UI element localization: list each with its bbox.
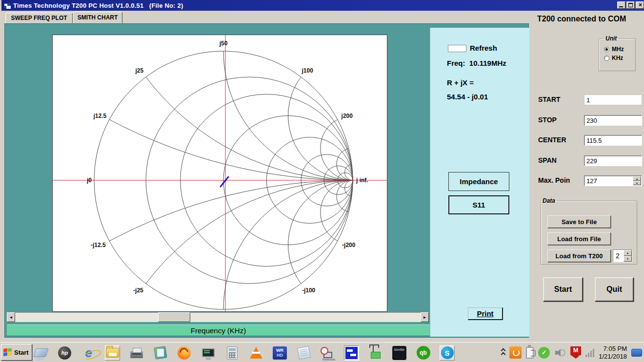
radio-mhz-icon[interactable] [604, 47, 609, 52]
svg-text:-j25: -j25 [133, 287, 143, 294]
load-from-file-label: Load from File [557, 235, 601, 243]
svg-text:-j100: -j100 [302, 287, 316, 294]
screen: Times Technology T200 PC Host V1.0.0.51 … [0, 0, 644, 362]
rjx-label: R + jX = [447, 78, 474, 87]
signal-hound-icon[interactable] [368, 345, 383, 361]
print-label: Print [477, 309, 493, 318]
svg-text:-j12.5: -j12.5 [91, 242, 106, 248]
svg-text:j12.5: j12.5 [93, 113, 106, 119]
volume-tray-icon[interactable] [554, 347, 566, 359]
t200-slot-value: 2 [616, 252, 620, 260]
firefox-icon[interactable] [177, 345, 192, 361]
spin-up-icon[interactable]: ▲ [633, 176, 641, 181]
svg-text:j inf.: j inf. [356, 177, 368, 184]
data-legend: Data [541, 197, 557, 204]
clock-date: 1/21/2018 [599, 353, 627, 361]
save-to-file-button[interactable]: Save to File [547, 215, 611, 228]
clock[interactable]: 7:05 PM 1/21/2018 [599, 345, 627, 361]
svg-text:-j200: -j200 [342, 242, 356, 248]
printer-icon[interactable] [129, 345, 144, 361]
start-sweep-button[interactable]: Start [543, 277, 583, 302]
load-from-t200-button[interactable]: Load from T200 [547, 249, 611, 262]
stop-field-input[interactable]: 230 [584, 115, 642, 126]
quickbooks-icon[interactable]: qb [416, 345, 431, 361]
connection-status: T200 connected to COM [537, 15, 644, 23]
calculator-icon[interactable] [224, 345, 240, 361]
hp-icon[interactable]: hp [57, 345, 72, 361]
restore-button[interactable] [626, 1, 635, 9]
network-signal-tray-icon[interactable] [585, 348, 594, 357]
mcafee-badge [578, 355, 583, 360]
unit-option-khz[interactable]: KHz [604, 55, 635, 61]
battery-tray-icon[interactable] [526, 347, 534, 359]
hidden-icons-chevron-icon[interactable] [502, 349, 505, 356]
skype-icon[interactable]: S [440, 345, 455, 361]
windows-logo-icon [3, 348, 12, 357]
minimize-button[interactable] [617, 1, 625, 9]
load-from-t200-label: Load from T200 [556, 252, 603, 260]
taskbar: Start hp e WRHD kindle qb S ✓ [0, 342, 644, 362]
start-menu-button[interactable]: Start [1, 344, 32, 361]
refresh-checkbox[interactable] [448, 45, 466, 52]
max-points-spinner[interactable]: ▲ ▼ [633, 176, 641, 185]
stop-field-label: STOP [538, 116, 557, 124]
mcafee-tray-icon[interactable]: M [570, 346, 581, 359]
tab-sweep-freq-plot[interactable]: SWEEP FREQ PLOT [5, 13, 73, 23]
svg-text:j25: j25 [135, 67, 143, 74]
check-icon: ✓ [542, 349, 547, 356]
unit-option-mhz[interactable]: MHz [604, 46, 635, 53]
show-desktop-icon[interactable] [631, 349, 642, 357]
clock-time: 7:05 PM [599, 345, 627, 353]
close-icon: × [636, 1, 644, 8]
max-points-value: 127 [586, 177, 597, 185]
t200-slot-spinner[interactable]: 2 ▲ ▼ [613, 249, 632, 262]
center-field-label: CENTER [538, 136, 566, 144]
scroll-right-arrow-icon[interactable]: ► [421, 312, 429, 322]
t200-slot-spin-buttons[interactable]: ▲ ▼ [624, 250, 632, 262]
start-menu-label: Start [14, 349, 29, 356]
x-axis-label: Frequency (KHz) [191, 326, 246, 335]
print-button[interactable]: Print [468, 307, 503, 320]
updater-tray-icon[interactable] [509, 346, 522, 359]
scrollbar-thumb[interactable] [158, 312, 190, 322]
file-explorer-icon[interactable] [105, 345, 120, 361]
spin-down-icon[interactable]: ▼ [633, 181, 641, 185]
span-field-input[interactable]: 229 [584, 155, 642, 166]
svg-text:j0: j0 [86, 177, 92, 184]
smith-chart-svg: j0j inf.j12.5j25j50j100j200-j12.5-j25-j1… [53, 35, 387, 311]
quit-button[interactable]: Quit [595, 277, 634, 302]
tab-label: SMITH CHART [78, 14, 118, 21]
notepad-icon[interactable] [296, 345, 311, 361]
status-ok-tray-icon[interactable]: ✓ [538, 347, 550, 359]
wr-hd-icon[interactable]: WRHD [272, 345, 287, 361]
window-title: Times Technology T200 PC Host V1.0.0.51 … [13, 2, 183, 9]
max-points-field-input[interactable]: 127 ▲ ▼ [584, 175, 642, 186]
scanner-icon[interactable] [33, 345, 48, 361]
kindle-icon[interactable]: kindle [392, 345, 407, 361]
app-window: Times Technology T200 PC Host V1.0.0.51 … [0, 0, 644, 342]
mapping-app-icon[interactable] [153, 345, 168, 361]
mcafee-m: M [573, 346, 579, 354]
impedance-button[interactable]: Impedance [448, 172, 509, 191]
freq-readout: Freq: 10.119MHz [447, 59, 506, 67]
smith-chart-page: j0j inf.j12.5j25j50j100j200-j12.5-j25-j1… [4, 23, 529, 338]
t200-app-icon[interactable] [344, 345, 359, 361]
scroll-left-arrow-icon[interactable]: ◄ [7, 312, 15, 322]
radio-khz-icon[interactable] [604, 56, 609, 61]
start-field-input[interactable]: 1 [584, 95, 642, 105]
load-from-file-button[interactable]: Load from File [547, 232, 611, 245]
s11-button[interactable]: S11 [448, 195, 509, 214]
timer-utility-icon[interactable] [320, 345, 335, 361]
tab-smith-chart[interactable]: SMITH CHART [73, 12, 122, 23]
center-field-input[interactable]: 115.5 [584, 135, 642, 146]
titlebar[interactable]: Times Technology T200 PC Host V1.0.0.51 … [1, 0, 644, 11]
vlc-icon[interactable] [248, 345, 263, 361]
spin-up-icon[interactable]: ▲ [624, 250, 632, 256]
stop-field-row: STOP 230 [538, 115, 643, 126]
internet-explorer-icon[interactable]: e [81, 345, 96, 361]
horizontal-scrollbar[interactable]: ◄ ► [7, 312, 429, 322]
system-tray: ✓ M 7:05 PM 1/21/2018 [502, 343, 642, 362]
spin-down-icon[interactable]: ▼ [624, 256, 632, 262]
terminal-icon[interactable] [201, 345, 216, 361]
close-button[interactable]: × [636, 1, 644, 9]
